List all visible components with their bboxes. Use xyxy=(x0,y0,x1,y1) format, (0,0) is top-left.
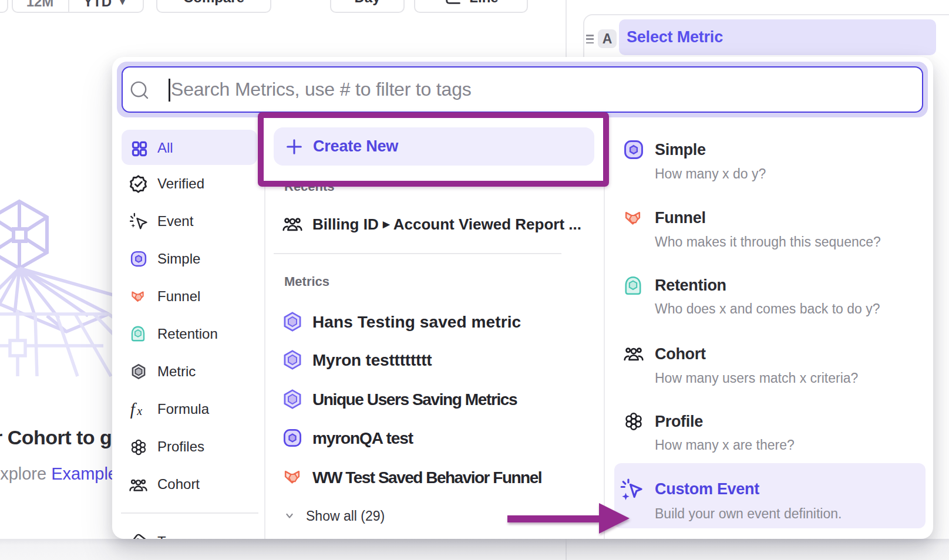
svg-text:x: x xyxy=(136,404,142,417)
svg-text:f: f xyxy=(130,401,137,419)
